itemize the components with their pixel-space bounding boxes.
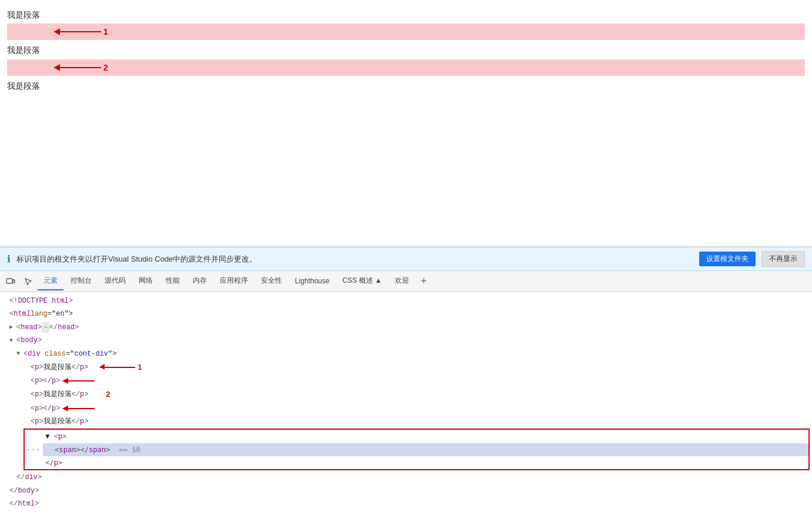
preview-para-3: 我是段落: [7, 79, 805, 92]
code-line-p-empty-1: <p></p>: [0, 374, 812, 387]
code-line-body-close: </body>: [0, 484, 812, 497]
selected-element-box: ··· ▼ <p> <span></span> == $0 </p>: [24, 429, 810, 470]
device-icon: [6, 277, 15, 286]
arrow-2-label: 2: [103, 63, 108, 72]
code-line-head[interactable]: ▶ <head> ⋯ </head>: [0, 321, 812, 334]
picker-icon: [24, 277, 33, 286]
arrow-annotation-2: 2: [54, 63, 108, 72]
code-line-body-open: ▼ <body>: [0, 334, 812, 347]
element-picker-button[interactable]: [20, 275, 36, 289]
tab-network[interactable]: 网络: [133, 272, 159, 290]
tab-css-overview[interactable]: CSS 概述 ▲: [337, 272, 388, 290]
preview-highlight-2: 2: [7, 59, 805, 76]
info-bar-text: 标识项目的根文件夹以打开Visual Studio Code中的源文件并同步更改…: [16, 254, 693, 265]
set-root-folder-button[interactable]: 设置根文件夹: [699, 252, 756, 266]
preview-highlight-1: 1: [7, 24, 805, 40]
arrow-1-body: [54, 31, 101, 32]
dots-indicator: ···: [25, 445, 43, 454]
info-icon: ℹ: [7, 253, 11, 265]
tab-security[interactable]: 安全性: [255, 272, 288, 290]
svg-marker-3: [62, 378, 68, 384]
tab-memory[interactable]: 内存: [187, 272, 213, 290]
tab-application[interactable]: 应用程序: [214, 272, 254, 290]
arrow-1-label: 1: [103, 27, 108, 36]
arrow-2-body: [54, 67, 101, 68]
devtools-panel: <!DOCTYPE html> <html lang="en"> ▶ <head…: [0, 292, 812, 513]
svg-marker-5: [62, 406, 68, 411]
code-arrow-2-annotation: 2: [106, 388, 110, 401]
code-line-div-close: </div>: [0, 471, 812, 484]
code-arrow-1: 1: [100, 361, 142, 374]
code-line-div-cont: ▼ <div class="cont-div">: [0, 347, 812, 360]
device-toolbar-button[interactable]: [2, 275, 19, 289]
tab-performance[interactable]: 性能: [160, 272, 186, 290]
preview-para-2: 我是段落: [7, 44, 805, 56]
arrow-to-empty-p2: [62, 404, 95, 413]
code-line-doctype: <!DOCTYPE html>: [0, 295, 812, 307]
tab-elements[interactable]: 元素: [38, 272, 63, 290]
preview-para-1: 我是段落: [7, 8, 805, 21]
no-show-button[interactable]: 不再显示: [761, 251, 805, 267]
boxed-span-selected[interactable]: <span></span> == $0: [43, 443, 808, 456]
devtools-tab-bar: 元素 控制台 源代码 网络 性能 内存 应用程序 安全性 Lighthouse …: [0, 271, 812, 292]
tab-welcome[interactable]: 欢迎: [389, 272, 415, 290]
code-line-p-empty-2: <p></p>: [0, 402, 812, 415]
arrow-to-empty-p1: [62, 377, 95, 385]
code-line-p1: <p>我是段落</p> 1: [0, 360, 812, 374]
boxed-p-open: ▼ <p>: [43, 430, 808, 443]
svg-rect-1: [13, 280, 15, 283]
dollar-indicator: == $0: [119, 446, 140, 454]
svg-rect-0: [6, 279, 12, 283]
code-line-p3: <p>我是段落</p>: [0, 415, 812, 428]
code-line-html-close: </html>: [0, 497, 812, 510]
code-line-p2: <p>我是段落</p> 2: [0, 387, 812, 401]
tab-sources[interactable]: 源代码: [99, 272, 132, 290]
boxed-p-close: </p>: [43, 456, 808, 469]
add-tab-button[interactable]: +: [416, 273, 432, 290]
tab-console[interactable]: 控制台: [65, 272, 98, 290]
arrow-annotation-1: 1: [54, 27, 108, 36]
browser-preview: 我是段落 1 我是段落 2 我是段落: [0, 0, 812, 247]
info-bar: ℹ 标识项目的根文件夹以打开Visual Studio Code中的源文件并同步…: [0, 247, 812, 271]
tab-lighthouse[interactable]: Lighthouse: [289, 273, 335, 290]
code-line-html: <html lang="en">: [0, 307, 812, 320]
